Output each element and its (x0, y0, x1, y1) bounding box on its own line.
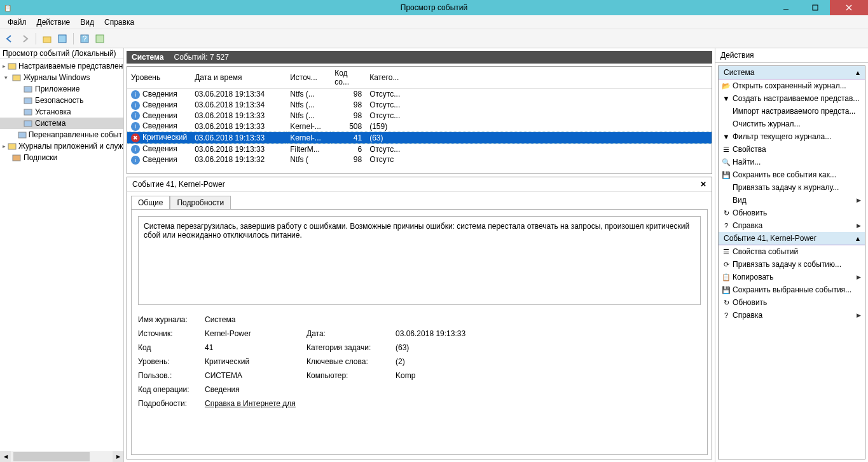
grid-row[interactable]: iСведения03.06.2018 19:13:32Ntfs (98Отсу… (127, 154, 712, 165)
action-item[interactable]: Привязать задачу к журналу... (719, 181, 865, 194)
tree-item-6[interactable]: Перенаправленные событ (0, 129, 123, 140)
tab-general[interactable]: Общие (131, 196, 170, 209)
back-button[interactable] (3, 32, 17, 46)
val-opcode: Сведения (205, 385, 701, 394)
action-label: Привязать задачу к журналу... (733, 183, 839, 192)
forward-button[interactable] (18, 32, 32, 46)
action-item[interactable]: ☰Свойства событий (719, 245, 865, 258)
action-item[interactable]: ↻Обновить (719, 296, 865, 309)
action-item[interactable]: 📋Копировать▶ (719, 271, 865, 283)
grid-row[interactable]: iСведения03.06.2018 19:13:34Ntfs (...98О… (127, 100, 712, 111)
action-label: Вид (733, 196, 747, 205)
grid-row[interactable]: iСведения03.06.2018 19:13:33Kernel-...50… (127, 121, 712, 132)
lbl-logname: Имя журнала: (138, 315, 198, 324)
close-detail-button[interactable]: ✕ (700, 180, 706, 189)
menu-action[interactable]: Действие (32, 17, 76, 28)
collapse-icon[interactable]: ▴ (856, 68, 860, 77)
grid-row[interactable]: iСведения03.06.2018 19:13:33Ntfs (...98О… (127, 111, 712, 121)
action-label: Импорт настраиваемого предста... (733, 107, 855, 116)
action-item[interactable]: 🔍Найти... (719, 156, 865, 168)
grid-row[interactable]: iСведения03.06.2018 19:13:33FilterM...6О… (127, 144, 712, 154)
tab-details[interactable]: Подробности (170, 196, 231, 209)
tree-item-7[interactable]: ▸Журналы приложений и служ (0, 140, 123, 152)
actions-section-system[interactable]: Система ▴ (719, 66, 865, 79)
props-button[interactable] (55, 32, 69, 46)
action-label: Сохранить выбранные события... (733, 285, 851, 294)
icons-button[interactable] (93, 32, 107, 46)
collapse-icon[interactable]: ▴ (856, 234, 860, 243)
app-icon: 📋 (0, 4, 15, 11)
actions-title: Действия (715, 48, 868, 63)
details-link[interactable]: Справка в Интернете для (205, 399, 701, 408)
event-count: Событий: 7 527 (174, 53, 229, 62)
col-0[interactable]: Уровень (127, 67, 191, 89)
action-item[interactable]: ?Справка▶ (719, 219, 865, 232)
lbl-user: Пользов.: (138, 371, 198, 380)
action-item[interactable]: ⟳Привязать задачу к событию... (719, 258, 865, 271)
log-icon (18, 130, 27, 140)
help-button[interactable]: ? (78, 32, 92, 46)
action-item[interactable]: 💾Сохранить все события как... (719, 168, 865, 181)
expand-icon[interactable]: ▸ (3, 63, 6, 69)
action-item[interactable]: ☰Свойства (719, 143, 865, 156)
action-item[interactable]: 💾Сохранить выбранные события... (719, 283, 865, 296)
actions-section-event[interactable]: Событие 41, Kernel-Power ▴ (719, 232, 865, 245)
val-computer: Komp (396, 371, 701, 380)
tree-item-4[interactable]: Установка (0, 106, 123, 118)
minimize-button[interactable] (771, 0, 801, 15)
tree-header[interactable]: Просмотр событий (Локальный) (0, 48, 123, 59)
tree-item-label: Приложение (35, 85, 79, 93)
grid-row[interactable]: ✖Критический03.06.2018 19:13:33Kernel-..… (127, 132, 712, 144)
tree-item-label: Система (35, 119, 65, 128)
action-item[interactable]: Вид▶ (719, 194, 865, 207)
action-item[interactable]: Импорт настраиваемого предста... (719, 105, 865, 118)
val-taskcat: (63) (396, 343, 701, 352)
action-item[interactable]: ▼Создать настраиваемое представ... (719, 92, 865, 105)
scroll-right-icon[interactable]: ▶ (113, 451, 123, 462)
tree-item-1[interactable]: ▾Журналы Windows (0, 72, 123, 83)
tree-hscrollbar[interactable]: ◀ ▶ (0, 451, 123, 462)
expand-icon[interactable]: ▾ (3, 74, 10, 81)
action-label: Обновить (733, 298, 767, 307)
tree-item-0[interactable]: ▸Настраиваемые представлени (0, 60, 123, 72)
tree-item-label: Безопасность (35, 96, 84, 105)
crit-icon: ✖ (131, 133, 140, 142)
grid-row[interactable]: iСведения03.06.2018 19:13:34Ntfs (...98О… (127, 89, 712, 100)
col-3[interactable]: Код со... (331, 67, 366, 89)
tree-item-3[interactable]: Безопасность (0, 95, 123, 106)
svg-rect-16 (8, 144, 16, 149)
close-button[interactable] (830, 0, 868, 15)
info-icon: i (131, 90, 140, 99)
scroll-left-icon[interactable]: ◀ (0, 451, 11, 462)
info-icon: i (131, 111, 140, 120)
svg-rect-4 (43, 37, 51, 43)
actions-panel: Действия Система ▴ 📂Открыть сохраненный … (715, 48, 868, 462)
tree-item-label: Настраиваемые представлени (18, 62, 124, 71)
action-item[interactable]: ↻Обновить (719, 207, 865, 219)
svg-rect-12 (24, 98, 32, 104)
action-icon: ⟳ (721, 261, 731, 269)
action-icon: ? (721, 311, 731, 319)
action-label: Справка (733, 221, 762, 230)
tree-item-8[interactable]: Подписки (0, 152, 123, 163)
action-item[interactable]: Очистить журнал... (719, 118, 865, 130)
action-item[interactable]: 📂Открыть сохраненный журнал... (719, 79, 865, 92)
scroll-thumb[interactable] (13, 452, 90, 461)
col-1[interactable]: Дата и время (191, 67, 286, 89)
toolbar: ? (0, 29, 868, 48)
expand-icon[interactable]: ▸ (3, 143, 6, 149)
col-2[interactable]: Источ... (286, 67, 331, 89)
menu-help[interactable]: Справка (99, 17, 139, 28)
maximize-button[interactable] (801, 0, 830, 15)
up-button[interactable] (40, 32, 54, 46)
menu-file[interactable]: Файл (3, 17, 32, 28)
folder-icon (8, 141, 17, 151)
tree-item-2[interactable]: Приложение (0, 83, 123, 95)
event-grid[interactable]: УровеньДата и времяИсточ...Код со...Кате… (127, 67, 712, 173)
col-4[interactable]: Катего... (366, 67, 712, 89)
action-item[interactable]: ▼Фильтр текущего журнала... (719, 130, 865, 143)
action-item[interactable]: ?Справка▶ (719, 309, 865, 322)
tree-item-5[interactable]: Система (0, 118, 123, 129)
menu-view[interactable]: Вид (75, 17, 99, 28)
val-source: Kernel-Power (205, 329, 300, 338)
